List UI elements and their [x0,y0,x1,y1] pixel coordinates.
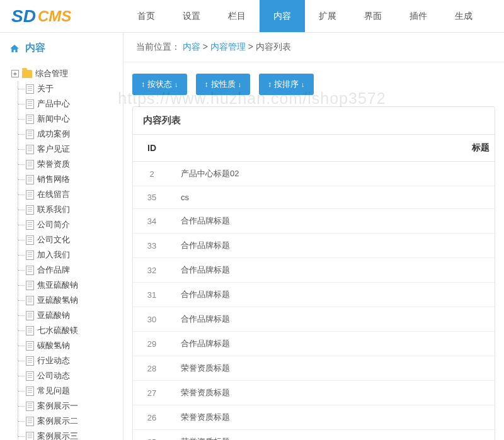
tree-root-label: 综合管理 [35,68,68,79]
tree-node[interactable]: 销售网络 [26,172,117,187]
nav-item[interactable]: 栏目 [214,0,260,32]
cell-id: 35 [133,186,171,209]
document-icon [26,326,34,336]
tree-node[interactable]: 产品中心 [26,96,117,111]
document-icon [26,311,34,320]
tree-node[interactable]: 碳酸氢钠 [26,338,117,353]
tree-node[interactable]: 公司文化 [26,232,117,247]
cell-title: 合作品牌标题 [171,258,495,283]
home-icon [9,43,20,54]
document-icon [26,160,34,169]
tree-node-label: 焦亚硫酸钠 [37,279,78,291]
tree-node[interactable]: 常见问题 [26,383,117,398]
header: SD CMS 首页设置栏目内容扩展界面插件生成 [0,0,504,33]
tree-node-label: 常见问题 [37,385,70,397]
tree-node[interactable]: 新闻中心 [26,111,117,127]
tree-node[interactable]: 合作品牌 [26,262,117,278]
nav-item[interactable]: 内容 [260,0,305,32]
tree-node[interactable]: 关于 [26,81,117,96]
tree-node[interactable]: 案例展示三 [26,429,117,440]
document-icon [26,205,34,215]
breadcrumb-prefix: 当前位置： [136,42,180,52]
cell-id: 30 [133,307,171,332]
breadcrumb: 当前位置： 内容 > 内容管理 > 内容列表 [123,33,504,62]
main-content: 当前位置： 内容 > 内容管理 > 内容列表 按状态 按性质 按排序 内容列表 … [123,33,504,440]
sidebar: 内容 + 综合管理 关于产品中心新闻中心成功案例客户见证荣誉资质销售网络在线留言… [0,33,123,440]
tree-node[interactable]: 行业动态 [26,353,117,368]
tree-root[interactable]: + 综合管理 [11,66,117,81]
sidebar-title-text: 内容 [25,42,45,55]
sort-nature-button[interactable]: 按性质 [196,74,251,95]
tree-node[interactable]: 客户见证 [26,142,117,157]
table-row[interactable]: 35cs [133,186,495,209]
breadcrumb-link[interactable]: 内容 [183,42,200,52]
breadcrumb-link[interactable]: 内容管理 [210,42,246,52]
sort-status-button[interactable]: 按状态 [132,74,187,95]
document-icon [26,99,34,109]
cell-title: 合作品牌标题 [171,307,495,332]
cell-id: 34 [133,209,171,234]
cell-id: 25 [133,430,171,441]
tree-node[interactable]: 案例展示一 [26,398,117,414]
tree-node-label: 公司动态 [37,370,70,381]
document-icon [26,175,34,184]
table-row[interactable]: 34合作品牌标题 [133,209,495,234]
tree-node[interactable]: 加入我们 [26,247,117,262]
cell-id: 27 [133,381,171,405]
document-icon [26,235,34,245]
cell-id: 32 [133,258,171,283]
tree-node-label: 客户见证 [37,144,70,155]
nav-item[interactable]: 插件 [396,0,441,32]
folder-icon [22,70,32,78]
document-icon [26,296,34,305]
nav-item[interactable]: 扩展 [305,0,350,32]
tree-node-label: 七水硫酸镁 [37,325,78,336]
tree-node[interactable]: 案例展示二 [26,414,117,429]
tree-node[interactable]: 在线留言 [26,187,117,202]
table-row[interactable]: 27荣誉资质标题 [133,381,495,405]
table-row[interactable]: 2产品中心标题02 [133,162,495,186]
table-row[interactable]: 32合作品牌标题 [133,258,495,283]
table-row[interactable]: 25荣誉资质标题 [133,430,495,441]
cell-id: 31 [133,283,171,307]
tree-node[interactable]: 公司简介 [26,217,117,232]
table-row[interactable]: 31合作品牌标题 [133,283,495,307]
tree-node[interactable]: 公司动态 [26,368,117,383]
nav-item[interactable]: 首页 [123,0,169,32]
cell-title: 荣誉资质标题 [171,405,495,430]
document-icon [26,371,34,381]
tree-node[interactable]: 焦亚硫酸钠 [26,278,117,293]
expand-icon[interactable]: + [11,70,19,77]
nav-item[interactable]: 生成 [441,0,486,32]
table-row[interactable]: 26荣誉资质标题 [133,405,495,430]
tree-node[interactable]: 成功案例 [26,127,117,142]
cell-title: cs [171,186,495,209]
document-icon [26,266,34,275]
tree-node-label: 案例展示一 [37,400,78,412]
tree-node[interactable]: 联系我们 [26,202,117,217]
breadcrumb-current: 内容列表 [256,42,291,52]
tree-node[interactable]: 七水硫酸镁 [26,323,117,338]
col-title: 标题 [171,135,495,162]
table-row[interactable]: 30合作品牌标题 [133,307,495,332]
table-row[interactable]: 29合作品牌标题 [133,332,495,356]
tree-node-label: 荣誉资质 [37,159,70,170]
nav-item[interactable]: 设置 [169,0,214,32]
document-icon [26,356,34,366]
logo: SD CMS [0,0,123,32]
tree-node[interactable]: 亚硫酸氢钠 [26,293,117,308]
sort-order-button[interactable]: 按排序 [259,74,314,95]
table-row[interactable]: 33合作品牌标题 [133,234,495,258]
panel-title: 内容列表 [133,107,495,135]
document-icon [26,130,34,139]
col-id: ID [133,135,171,162]
document-icon [26,251,34,260]
tree-node[interactable]: 荣誉资质 [26,157,117,172]
document-icon [26,386,34,396]
cell-id: 2 [133,162,171,186]
nav-item[interactable]: 界面 [350,0,396,32]
tree-node-label: 成功案例 [37,128,70,140]
tree-node-label: 加入我们 [37,249,70,261]
table-row[interactable]: 28荣誉资质标题 [133,356,495,381]
tree-node[interactable]: 亚硫酸钠 [26,308,117,323]
